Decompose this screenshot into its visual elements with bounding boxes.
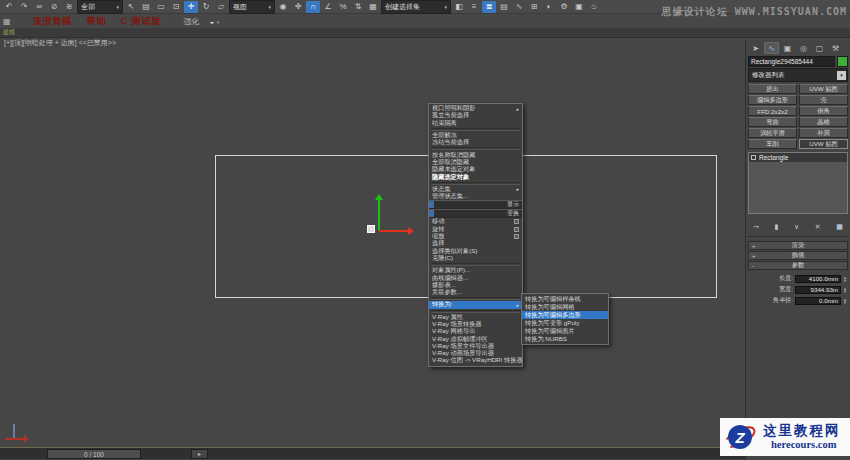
rendered-frame-icon[interactable]: ▣ ▾ [572, 1, 586, 13]
layer-manager-icon[interactable]: ≣ ▾ [482, 1, 496, 13]
context-menu-item[interactable]: 克隆(C) ▸ [429, 255, 522, 262]
settings-box-icon[interactable] [514, 219, 519, 224]
submenu-item[interactable]: 转换为可编辑面片 [522, 327, 608, 335]
spinner-control[interactable]: ▲▼ [843, 276, 847, 282]
context-menu-item[interactable]: 显示 ▸ [429, 200, 522, 209]
parameter-field[interactable]: 4100.0mm [795, 275, 841, 283]
modifier-button[interactable]: 晶格 [799, 117, 848, 127]
context-menu-item[interactable]: 选择类似对象(S) ▸ [429, 247, 522, 254]
context-menu-item[interactable]: 选择 ▸ [429, 240, 522, 247]
context-menu-item[interactable]: 按名称取消隐藏 ▸ [429, 151, 522, 158]
select-link-icon[interactable]: ∞ ▾ [32, 1, 46, 13]
spinner-snap-icon[interactable]: ⇅ ▾ [351, 1, 365, 13]
next-frame-button[interactable]: ► [191, 449, 208, 459]
gizmo-x-axis[interactable] [379, 230, 409, 232]
context-menu-item[interactable]: 管理状态集... ▸ [429, 193, 522, 200]
curve-editor-icon[interactable]: ∿ ▾ [512, 1, 526, 13]
viewport-label[interactable]: [+][顶][明暗处理 + 边面] <<已禁用>> [4, 38, 116, 48]
stack-item-rectangle[interactable]: Rectangle [749, 153, 847, 162]
context-menu-item[interactable]: 移动 ▸ [429, 218, 522, 225]
make-unique-icon[interactable]: ∨ [794, 223, 799, 231]
grid-menu-icon[interactable]: ▦ [3, 17, 11, 26]
object-name-field[interactable]: Rectangle294585444 [748, 56, 835, 67]
rollout-header[interactable]: - 参数 [748, 261, 848, 270]
context-menu-item[interactable]: V-Ray 场景转换器 ▸ [429, 321, 522, 328]
select-move-icon[interactable]: ✛ ▾ [184, 1, 198, 13]
context-menu-item[interactable]: 全部解冻 ▸ [429, 132, 522, 139]
ribbon-toggle-icon[interactable]: ▤ ▾ [497, 1, 511, 13]
context-menu-item[interactable]: ▸ [431, 128, 520, 131]
time-slider[interactable]: 0 / 100 ► [0, 447, 746, 459]
selection-filter-dropdown[interactable]: 全部 ▾ [77, 0, 123, 14]
named-sets-dropdown[interactable]: 创建选择集 ▾ [381, 0, 451, 14]
gizmo-y-axis[interactable] [378, 199, 380, 230]
select-object-icon[interactable]: ↖ ▾ [124, 1, 138, 13]
context-menu-item[interactable]: V-Ray 位图 -> VRayHDRI 转换器 ▸ [429, 357, 522, 364]
context-menu-item[interactable]: 对象属性(P)... ▸ [429, 267, 522, 274]
context-menu-item[interactable]: 曲线编辑器... ▸ [429, 274, 522, 281]
plugin-menu-item[interactable]: 帮助 [87, 15, 107, 28]
parameter-field[interactable]: 0.0mm [795, 297, 841, 305]
context-menu-item[interactable]: 孤立当前选择 ▸ [429, 112, 522, 119]
modifier-list-dropdown[interactable]: 修改器列表 ▾ [748, 68, 848, 82]
redo-icon[interactable]: ↷ ▾ [17, 1, 31, 13]
render-setup-icon[interactable]: ⚙ ▾ [557, 1, 571, 13]
modify-tab-icon[interactable]: ∿ [764, 42, 779, 54]
rollout-header[interactable]: + 插值 [748, 251, 848, 260]
modifier-button[interactable]: 倒角 [799, 106, 848, 116]
hierarchy-tab-icon[interactable]: ▣ [780, 42, 795, 54]
modifier-button[interactable]: 挤出 [748, 84, 797, 94]
ref-coord-dropdown[interactable]: 视图 ▾ [229, 0, 275, 14]
modifier-button[interactable]: 编辑多边形 [748, 95, 797, 105]
context-menu-item[interactable]: 摄影表... ▸ [429, 282, 522, 289]
show-end-result-icon[interactable]: ▮ [775, 223, 779, 231]
utilities-tab-icon[interactable]: ⚒ [828, 42, 843, 54]
context-menu-item[interactable]: 结束隔离 ▸ [429, 120, 522, 127]
context-menu-item[interactable]: 全部取消隐藏 ▸ [429, 159, 522, 166]
context-menu-item[interactable]: V-Ray 虚拟帧缓冲区 ▸ [429, 335, 522, 342]
context-menu-item[interactable]: 转换为: ▸ [429, 301, 522, 308]
modifier-stack-list[interactable]: Rectangle [748, 152, 848, 214]
context-menu-item[interactable]: 隐藏选定对象 ▸ [429, 173, 522, 180]
context-menu-item[interactable]: 缩放 ▸ [429, 233, 522, 240]
plugin-menu-item[interactable]: C 测试版 [121, 15, 162, 28]
select-rotate-icon[interactable]: ↻ ▾ [199, 1, 213, 13]
rollout-header[interactable]: + 渲染 [748, 241, 848, 250]
use-pivot-icon[interactable]: ◉ ▾ [276, 1, 290, 13]
context-menu-item[interactable]: V-Ray 场景文件导出器 ▸ [429, 343, 522, 350]
motion-tab-icon[interactable]: ◎ [796, 42, 811, 54]
modifier-button[interactable]: UVW 贴图 [799, 84, 848, 94]
toggle-icon[interactable]: ◒ ▾ [210, 17, 220, 26]
context-menu-item[interactable]: ▸ [431, 263, 520, 266]
parameter-field[interactable]: 9344.93m [795, 286, 841, 294]
context-menu-item[interactable]: 视口照明和阴影 ▸ [429, 105, 522, 112]
submenu-item[interactable]: 转换为可编辑网格 [522, 303, 608, 311]
edit-named-sets-icon[interactable]: ▦ ▾ [366, 1, 380, 13]
align-icon[interactable]: ≡ ▾ [467, 1, 481, 13]
time-slider-handle[interactable]: 0 / 100 [47, 449, 141, 459]
remove-modifier-icon[interactable]: ✕ [815, 223, 821, 231]
context-menu-item[interactable]: V-Ray 属性 ▸ [429, 314, 522, 321]
modifier-button[interactable]: UVW 贴图 [799, 139, 848, 149]
context-menu-item[interactable]: V-Ray 动画场景导出器 ▸ [429, 350, 522, 357]
context-menu-item[interactable]: 状态集 ▸ [429, 186, 522, 193]
context-menu-item[interactable]: ▸ [431, 297, 520, 300]
snap-toggle-icon[interactable]: ∩ ▾ [306, 1, 320, 13]
context-menu-item[interactable]: ▸ [431, 182, 520, 185]
percent-snap-icon[interactable]: % ▾ [336, 1, 350, 13]
material-editor-icon[interactable]: ◐ ▾ [542, 1, 556, 13]
context-menu-item[interactable]: 冻结当前选择 ▸ [429, 139, 522, 146]
rect-region-icon[interactable]: ▭ ▾ [154, 1, 168, 13]
display-tab-icon[interactable]: ▢ [812, 42, 827, 54]
context-menu-item[interactable]: V-Ray 网格导出 ▸ [429, 328, 522, 335]
angle-snap-icon[interactable]: ∠ ▾ [321, 1, 335, 13]
settings-box-icon[interactable] [514, 227, 519, 232]
create-tab-icon[interactable]: ➤ [748, 42, 763, 54]
undo-icon[interactable]: ↶ ▾ [2, 1, 16, 13]
context-menu-item[interactable]: 变换 ▸ [429, 209, 522, 218]
enhance-label[interactable]: 强化 [184, 16, 200, 27]
submenu-item[interactable]: 转换为可变形 gPoly [522, 319, 608, 327]
select-scale-icon[interactable]: ▱ ▾ [214, 1, 228, 13]
spinner-control[interactable]: ▲▼ [843, 298, 847, 304]
submenu-item[interactable]: 转换为可编辑多边形 [522, 311, 608, 319]
